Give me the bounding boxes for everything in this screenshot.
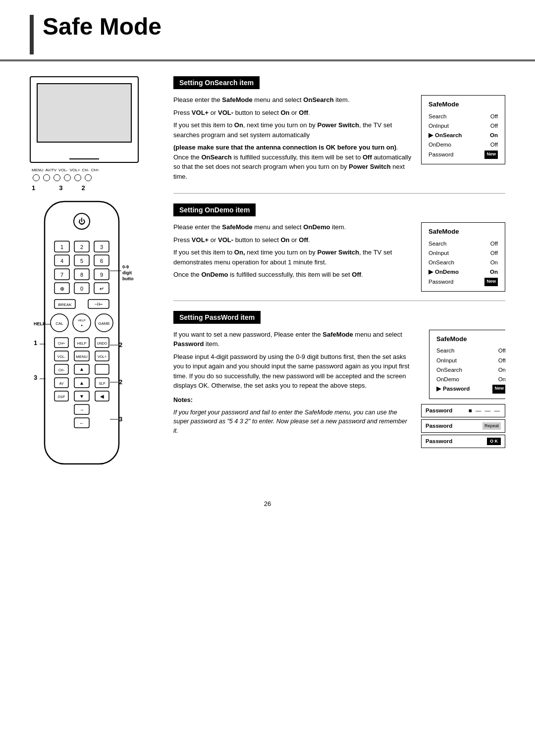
svg-text:←: ← (79, 420, 84, 426)
svg-text:▲: ▲ (79, 366, 84, 372)
svg-text:MENU: MENU (76, 354, 88, 359)
password-section: Setting PassWord item SafeMode SearchOff… (173, 311, 505, 459)
ondemo-body: SafeMode SearchOff OnInputOff OnSearchOn… (173, 222, 505, 292)
annot-2: 2 (81, 184, 85, 192)
svg-text:1: 1 (34, 339, 37, 347)
remote-svg: ⏻ 1 2 3 4 5 6 (30, 197, 134, 474)
svg-text:◀: ◀ (100, 394, 104, 399)
safemode-row-ondemo-1: OnDemoOff (428, 141, 498, 149)
safemode-row-oninput-2: OnInputOff (428, 249, 498, 257)
ondemo-heading: Setting OnDemo item (173, 203, 256, 216)
svg-text:8: 8 (80, 272, 83, 278)
svg-text:●: ● (81, 324, 83, 327)
svg-text:⏻: ⏻ (78, 217, 85, 225)
svg-text:0: 0 (80, 286, 83, 292)
tv-button-3 (54, 174, 60, 181)
content-column: Setting OnSearch item SafeMode SearchOff… (173, 76, 505, 475)
safemode-row-oninput-1: OnInputOff (428, 122, 498, 130)
safemode-title-2: SafeMode (428, 227, 498, 237)
svg-text:→: → (79, 407, 84, 412)
header-accent-bar (30, 15, 34, 54)
tv-button-4 (64, 174, 71, 181)
svg-text:↵: ↵ (100, 286, 104, 292)
main-content: MENU AV/TV VOL- VOL+ CH- CH+ 1 3 2 (0, 61, 535, 490)
svg-text:BREAK: BREAK (58, 302, 72, 307)
safemode-row-search-1: SearchOff (428, 112, 498, 121)
svg-text:2: 2 (119, 341, 122, 349)
svg-text:buttons: buttons (122, 276, 134, 281)
svg-text:HELP: HELP (77, 342, 87, 345)
svg-text:SLP: SLP (99, 382, 106, 385)
volminus-label: VOL- (58, 168, 68, 172)
svg-text:CH-: CH- (58, 368, 65, 372)
svg-text:9: 9 (100, 272, 103, 278)
svg-text:CAL: CAL (55, 321, 63, 326)
onsearch-heading: Setting OnSearch item (173, 76, 260, 89)
password-boxes-group: SafeMode SearchOff OnInputOff OnSearchOn (421, 330, 505, 451)
svg-rect-62 (95, 364, 109, 374)
remote-illustration: ⏻ 1 2 3 4 5 6 (30, 197, 134, 475)
safemode-row-password-1: PasswordNew (428, 151, 498, 159)
svg-text:▲: ▲ (79, 380, 84, 386)
tv-button-6 (85, 174, 92, 181)
password-label-3: Password (426, 437, 452, 446)
tv-button-2 (43, 174, 50, 181)
svg-text:0-9: 0-9 (122, 264, 129, 269)
svg-text:▼: ▼ (79, 394, 84, 399)
svg-text:digit: digit (122, 270, 132, 275)
chminus-label: CH- (82, 168, 89, 172)
annot-3: 3 (59, 184, 62, 192)
page-header: Safe Mode (0, 0, 535, 61)
svg-text:4: 4 (60, 258, 63, 264)
password-value-1: ■ — — — (469, 406, 501, 415)
tv-illustration (30, 76, 139, 163)
safemode-row-search-2: SearchOff (428, 240, 498, 248)
svg-text:3: 3 (119, 415, 122, 423)
svg-text:⊕: ⊕ (60, 286, 64, 292)
onsearch-safemode-box: SafeMode SearchOff OnInputOff ▶OnSearchO… (421, 95, 505, 164)
svg-text:VOL-: VOL- (57, 355, 66, 358)
volplus-label: VOL+ (70, 168, 80, 172)
menu-label: MENU (32, 168, 44, 172)
safemode-row-onsearch-2: OnSearchOn (428, 258, 498, 267)
svg-text:1: 1 (60, 244, 63, 250)
tv-button-labels: MENU AV/TV VOL- VOL+ CH- CH+ (30, 168, 159, 172)
tv-screen (37, 83, 132, 143)
safemode-title-3: SafeMode (436, 334, 505, 344)
safemode-row-onsearch-3: OnSearchOn (436, 366, 505, 374)
svg-text:5: 5 (80, 258, 83, 264)
svg-text:AV: AV (59, 382, 64, 385)
svg-text:3: 3 (100, 244, 103, 250)
password-repeat-badge: Repeat (482, 422, 501, 430)
password-input-row: Password ■ — — — (421, 404, 505, 417)
svg-text:3: 3 (34, 374, 37, 381)
svg-text:6: 6 (100, 258, 103, 264)
svg-point-37 (73, 314, 91, 332)
password-safemode-box: SafeMode SearchOff OnInputOff OnSearchOn (429, 330, 505, 399)
svg-text:2: 2 (80, 244, 83, 250)
avtv-label: AV/TV (46, 168, 57, 172)
onsearch-body: SafeMode SearchOff OnInputOff ▶OnSearchO… (173, 95, 505, 184)
page-title: Safe Mode (43, 15, 161, 39)
password-label-1: Password (426, 406, 452, 415)
password-ok-row: Password O K (421, 435, 505, 448)
safemode-row-ondemo-2: ▶OnDemoOn (428, 268, 498, 276)
safemode-row-search-3: SearchOff (436, 347, 505, 355)
ondemo-safemode-box: SafeMode SearchOff OnInputOff OnSearchOn… (421, 222, 505, 292)
svg-text:UNDO: UNDO (97, 342, 107, 345)
password-label-2: Password (426, 422, 452, 430)
tv-button-5 (74, 174, 81, 181)
svg-text:7: 7 (60, 272, 63, 278)
password-repeat-row: Password Repeat (421, 419, 505, 433)
svg-text:HELP: HELP (34, 321, 46, 326)
svg-text:2: 2 (119, 378, 122, 386)
password-body: SafeMode SearchOff OnInputOff OnSearchOn (173, 330, 505, 451)
safemode-row-password-3: ▶PasswordNew (436, 385, 505, 393)
svg-text:⊣⊢: ⊣⊢ (94, 302, 103, 307)
safemode-row-onsearch-1: ▶OnSearchOn (428, 131, 498, 140)
illustration-column: MENU AV/TV VOL- VOL+ CH- CH+ 1 3 2 (30, 76, 159, 475)
tv-stand (69, 154, 99, 159)
svg-text:CH+: CH+ (58, 342, 65, 345)
svg-text:DSP: DSP (58, 395, 65, 399)
ondemo-section: Setting OnDemo item SafeMode SearchOff O… (173, 203, 505, 301)
